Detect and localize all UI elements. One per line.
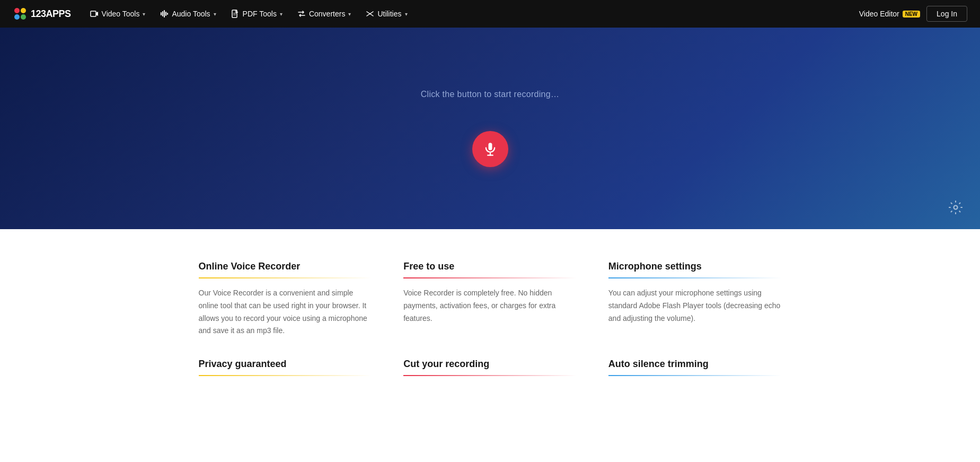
feature-underline-3 (199, 375, 372, 376)
chevron-down-icon-4: ▾ (348, 11, 351, 17)
feature-underline-1 (403, 277, 577, 278)
svg-rect-10 (167, 13, 168, 15)
hero-hint-text: Click the button to start recording… (421, 90, 560, 99)
video-icon (90, 10, 99, 18)
svg-rect-16 (488, 143, 492, 150)
feature-title-5: Auto silence trimming (608, 359, 782, 370)
login-button[interactable]: Log In (926, 6, 967, 22)
settings-button[interactable] (948, 200, 963, 216)
feature-text-2: You can adjust your microphone settings … (608, 287, 782, 325)
microphone-icon (483, 142, 498, 156)
converters-icon (297, 10, 306, 18)
hero-section: Click the button to start recording… (0, 28, 980, 229)
svg-rect-4 (91, 11, 96, 16)
nav-label-pdf-tools: PDF Tools (243, 10, 277, 18)
nav-item-video-tools[interactable]: Video Tools ▾ (84, 6, 152, 21)
settings-icon (948, 200, 963, 215)
chevron-down-icon-5: ▾ (405, 11, 408, 17)
svg-rect-7 (162, 11, 163, 16)
svg-point-1 (21, 8, 26, 13)
video-editor-button[interactable]: Video Editor NEW (859, 10, 920, 18)
video-editor-label: Video Editor (859, 10, 899, 18)
feature-underline-4 (403, 375, 577, 376)
svg-point-3 (21, 14, 26, 20)
chevron-down-icon-2: ▾ (214, 11, 216, 17)
feature-underline-5 (608, 375, 782, 376)
feature-title-4: Cut your recording (403, 359, 577, 370)
feature-cut-recording: Cut your recording (403, 359, 577, 385)
nav-item-pdf-tools[interactable]: PDF Tools ▾ (225, 6, 289, 21)
feature-title-3: Privacy guaranteed (199, 359, 372, 370)
nav-label-converters: Converters (309, 10, 345, 18)
features-grid: Online Voice Recorder Our Voice Recorder… (199, 261, 782, 385)
svg-rect-9 (165, 12, 166, 16)
chevron-down-icon-3: ▾ (280, 11, 282, 17)
logo-icon (13, 6, 28, 21)
nav-right: Video Editor NEW Log In (859, 6, 967, 22)
feature-microphone-settings: Microphone settings You can adjust your … (608, 261, 782, 337)
svg-point-2 (14, 14, 20, 20)
nav-item-converters[interactable]: Converters ▾ (291, 6, 357, 21)
nav-label-video-tools: Video Tools (102, 10, 140, 18)
chevron-down-icon: ▾ (143, 11, 145, 17)
nav-label-utilities: Utilities (377, 10, 401, 18)
record-button[interactable] (472, 131, 508, 167)
utilities-icon (366, 10, 374, 18)
nav-item-utilities[interactable]: Utilities ▾ (359, 6, 413, 21)
feature-free-to-use: Free to use Voice Recorder is completely… (403, 261, 577, 337)
feature-title-0: Online Voice Recorder (199, 261, 372, 272)
feature-auto-silence-trimming: Auto silence trimming (608, 359, 782, 385)
pdf-icon (231, 10, 240, 18)
svg-point-19 (954, 206, 958, 210)
svg-rect-6 (161, 12, 162, 15)
navbar: 123APPS Video Tools ▾ Audio Tools ▾ (0, 0, 980, 28)
nav-label-audio-tools: Audio Tools (172, 10, 210, 18)
feature-online-voice-recorder: Online Voice Recorder Our Voice Recorder… (199, 261, 372, 337)
feature-text-0: Our Voice Recorder is a convenient and s… (199, 287, 372, 337)
svg-point-0 (14, 8, 20, 13)
logo[interactable]: 123APPS (13, 6, 71, 21)
svg-rect-8 (164, 10, 165, 18)
feature-title-1: Free to use (403, 261, 577, 272)
feature-title-2: Microphone settings (608, 261, 782, 272)
nav-items: Video Tools ▾ Audio Tools ▾ PDF Tools (84, 6, 855, 21)
content-section: Online Voice Recorder Our Voice Recorder… (0, 229, 980, 406)
nav-item-audio-tools[interactable]: Audio Tools ▾ (154, 6, 222, 21)
brand-name: 123APPS (31, 8, 71, 20)
feature-text-1: Voice Recorder is completely free. No hi… (403, 287, 577, 325)
feature-underline-2 (608, 277, 782, 278)
new-badge: NEW (903, 11, 920, 18)
feature-privacy-guaranteed: Privacy guaranteed (199, 359, 372, 385)
feature-underline-0 (199, 277, 372, 278)
audio-icon (160, 10, 169, 18)
